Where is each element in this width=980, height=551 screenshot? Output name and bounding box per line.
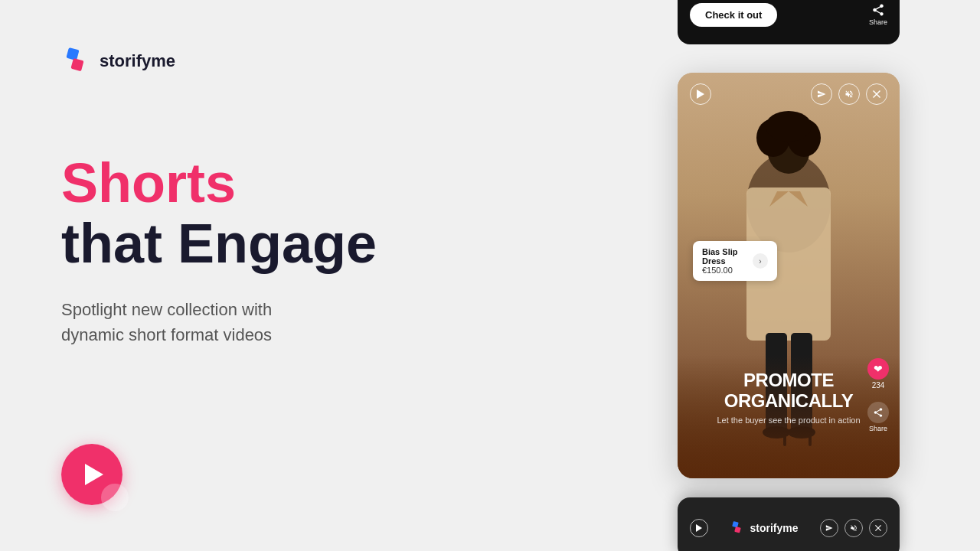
share-icon-top: Share xyxy=(869,3,887,26)
phone-card-top: Check it out Share xyxy=(678,0,900,44)
send-ctrl-button[interactable] xyxy=(811,83,832,105)
headline-engage: that Engage xyxy=(61,214,536,274)
svg-point-6 xyxy=(766,111,812,142)
bottom-logo: storifyme xyxy=(716,520,812,536)
logo-text: storifyme xyxy=(100,51,175,71)
bottom-logo-text: storifyme xyxy=(750,522,798,534)
like-count: 234 xyxy=(872,381,885,390)
phone-card-main: Bias Slip Dress €150.00 › PROMOTE ORGANI… xyxy=(678,73,900,478)
logo-area: storifyme xyxy=(61,46,536,77)
logo-icon xyxy=(61,46,92,77)
svg-rect-15 xyxy=(735,527,742,533)
check-it-out-button[interactable]: Check it out xyxy=(690,3,777,27)
bottom-close-button[interactable] xyxy=(869,519,887,537)
product-price: €150.00 xyxy=(702,266,737,275)
product-name: Bias Slip Dress xyxy=(702,247,737,266)
promote-title: PROMOTE ORGANICALLY xyxy=(690,370,887,411)
svg-rect-1 xyxy=(70,58,83,71)
headline-shorts: Shorts xyxy=(61,153,536,214)
bottom-send-button[interactable] xyxy=(820,519,838,537)
product-tag-arrow: › xyxy=(753,253,768,269)
mute-ctrl-button[interactable] xyxy=(838,83,860,105)
phone-bottom-overlay: PROMOTE ORGANICALLY Let the buyer see th… xyxy=(678,355,900,478)
play-button-circle xyxy=(101,484,129,511)
bottom-controls xyxy=(820,519,887,537)
phone-card-bottom: storifyme xyxy=(678,497,900,551)
play-button[interactable] xyxy=(61,444,122,505)
svg-rect-14 xyxy=(733,521,740,528)
share-icon-bottom[interactable]: Share xyxy=(867,402,889,432)
side-icons: ❤ 234 Share xyxy=(867,358,889,432)
bottom-play-button[interactable] xyxy=(690,519,708,537)
product-tag[interactable]: Bias Slip Dress €150.00 › xyxy=(693,241,777,281)
svg-rect-0 xyxy=(66,47,79,60)
promote-subtitle: Let the buyer see the product in action xyxy=(690,416,887,425)
share-circle-icon xyxy=(867,402,889,423)
play-ctrl-button[interactable] xyxy=(690,83,711,105)
like-icon-item[interactable]: ❤ 234 xyxy=(867,358,889,390)
left-panel: storifyme Shorts that Engage Spotlight n… xyxy=(0,0,597,551)
right-panel: Check it out Share xyxy=(597,0,980,551)
subtitle: Spotlight new collection with dynamic sh… xyxy=(61,297,368,347)
phone-controls xyxy=(678,73,900,116)
heart-icon: ❤ xyxy=(867,358,889,380)
headline: Shorts that Engage xyxy=(61,153,536,274)
bottom-mute-button[interactable] xyxy=(844,519,863,537)
close-ctrl-button[interactable] xyxy=(866,83,887,105)
